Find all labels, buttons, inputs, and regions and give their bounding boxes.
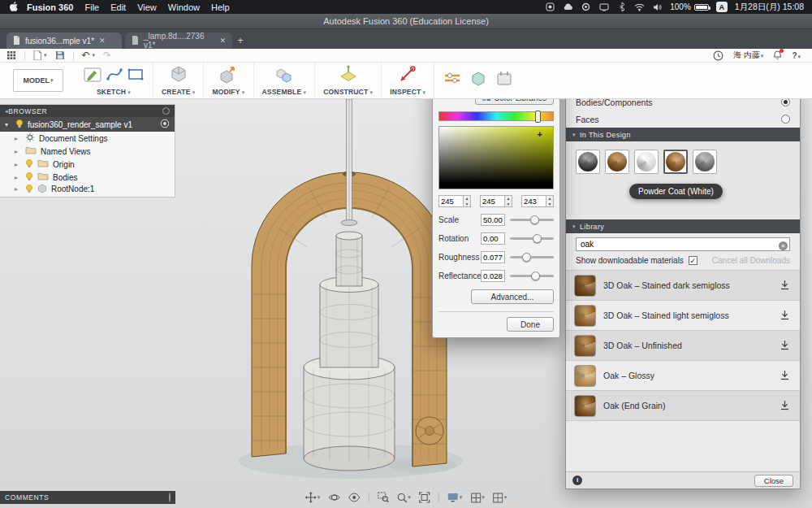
material-swatch-dark[interactable] [576,150,600,174]
blue-field[interactable]: ▲▼ [521,195,554,207]
bulb-icon[interactable] [25,184,33,195]
document-tab-inactive[interactable]: _lamp.8d....2736 v1* ✕ [125,33,232,49]
sketch-rectangle-icon[interactable] [127,65,145,86]
scale-input[interactable] [481,214,505,226]
material-row[interactable]: Oak (End Grain) [566,391,800,421]
active-component-radio-icon[interactable] [160,119,170,130]
status-app-icon[interactable] [545,2,555,12]
comments-expand-icon[interactable] [169,493,171,502]
menu-window[interactable]: Window [168,2,200,12]
look-at-icon[interactable] [348,493,360,502]
done-button[interactable]: Done [507,317,554,332]
tree-item-bodies[interactable]: ▸ Bodies [0,171,175,184]
grid-settings-icon[interactable] [470,493,485,503]
expand-caret-icon[interactable]: ▾ [5,121,11,128]
history-clock-icon[interactable] [713,50,723,61]
download-icon[interactable] [780,400,790,412]
menu-app-name[interactable]: Fusion 360 [27,2,73,12]
library-search-input[interactable] [576,237,790,251]
library-section-header[interactable]: ▾ Library [566,219,800,233]
measure-icon[interactable] [398,64,417,87]
create-solid-icon[interactable] [169,64,188,87]
workspace-switcher[interactable]: MODEL [13,69,63,92]
roughness-field[interactable] [481,251,505,263]
expand-caret-icon[interactable]: ▸ [15,148,21,155]
material-swatch-oak-endgrain[interactable] [663,150,688,174]
sketch-spline-icon[interactable] [106,65,123,86]
user-account-label[interactable]: 海 内藤 [733,50,763,61]
status-volume-icon[interactable] [652,2,663,12]
slider-handle[interactable] [533,234,542,243]
red-field[interactable]: ▲▼ [438,195,471,207]
hue-slider[interactable] [438,111,554,121]
ribbon-group-label[interactable]: INSPECT [390,88,425,96]
ribbon-group-label[interactable]: ASSEMBLE [262,88,307,96]
expand-caret-icon[interactable]: ▸ [15,135,21,142]
slider-handle[interactable] [522,253,531,262]
material-row[interactable]: Oak – Glossy [566,361,800,391]
tab-close-icon[interactable]: ✕ [99,37,106,45]
save-icon[interactable] [55,50,65,60]
material-row[interactable]: 3D Oak – Stained dark semigloss [566,271,800,301]
advanced-button[interactable]: Advanced... [471,289,554,304]
apply-option-faces[interactable]: Faces [566,111,800,128]
tree-item-named-views[interactable]: ▸ Named Views [0,145,175,158]
blue-input[interactable] [521,195,546,207]
color-picker-marker[interactable]: + [537,130,542,138]
in-this-design-section-header[interactable]: ▾ In This Design [566,128,800,141]
expand-caret-icon[interactable]: ▸ [15,161,21,168]
addins-icon[interactable] [495,69,514,92]
section-caret-icon[interactable]: ▾ [572,224,576,230]
menu-help[interactable]: Help [211,2,230,12]
pan-icon[interactable] [305,492,321,503]
status-sync-icon[interactable] [581,2,591,12]
download-icon[interactable] [780,310,790,322]
roughness-slider[interactable] [510,256,554,258]
ribbon-group-label[interactable]: SKETCH [97,88,131,96]
rotation-field[interactable] [481,232,505,245]
material-swatch-oak[interactable] [605,150,629,174]
downloadable-checkbox[interactable]: ✓ [689,256,698,265]
material-row[interactable]: 3D Oak – Stained light semigloss [566,301,800,331]
browser-header[interactable]: ◂ BROWSER [0,105,175,117]
parameters-icon[interactable] [443,69,462,92]
rotation-input[interactable] [481,232,505,245]
scale-field[interactable] [481,214,505,226]
reflectance-input[interactable] [481,270,505,282]
info-icon[interactable]: i [572,475,582,485]
notification-bell-icon[interactable] [773,50,782,60]
help-menu-icon[interactable]: ? [792,51,801,60]
comments-bar[interactable]: COMMENTS [0,491,175,504]
undo-icon[interactable]: ↶ [82,50,96,61]
slider-handle[interactable] [531,271,540,280]
green-field[interactable]: ▲▼ [480,195,512,207]
stepper-icon[interactable]: ▲▼ [546,195,554,207]
file-menu-icon[interactable] [33,50,47,60]
menu-edit[interactable]: Edit [110,2,126,12]
material-row[interactable]: 3D Oak – Unfinished [566,331,800,361]
new-tab-button[interactable]: + [234,34,247,47]
material-swatch-gray[interactable] [693,150,717,174]
download-icon[interactable] [780,340,790,352]
menu-view[interactable]: View [137,2,157,12]
tab-close-icon[interactable]: ✕ [219,37,226,45]
panel-options-icon[interactable] [162,107,170,115]
fit-icon[interactable] [419,492,430,503]
bulb-icon[interactable] [25,172,33,183]
close-button[interactable]: Close [754,475,793,487]
new-component-icon[interactable] [274,64,294,87]
roughness-input[interactable] [481,251,505,263]
menu-file[interactable]: File [84,2,99,12]
bulb-icon[interactable] [25,158,33,170]
red-input[interactable] [438,195,464,207]
section-caret-icon[interactable]: ▾ [572,132,576,138]
create-sketch-icon[interactable] [83,64,102,87]
tree-item-document-settings[interactable]: ▸ Document Settings [0,132,175,145]
viewports-icon[interactable] [493,493,508,503]
scale-slider[interactable] [510,219,554,221]
status-cloud-icon[interactable] [563,2,573,12]
app-grid-icon[interactable] [6,50,16,60]
hue-slider-handle[interactable] [535,111,541,123]
material-swatch-powder-white[interactable] [634,150,659,174]
orbit-icon[interactable] [328,492,339,503]
